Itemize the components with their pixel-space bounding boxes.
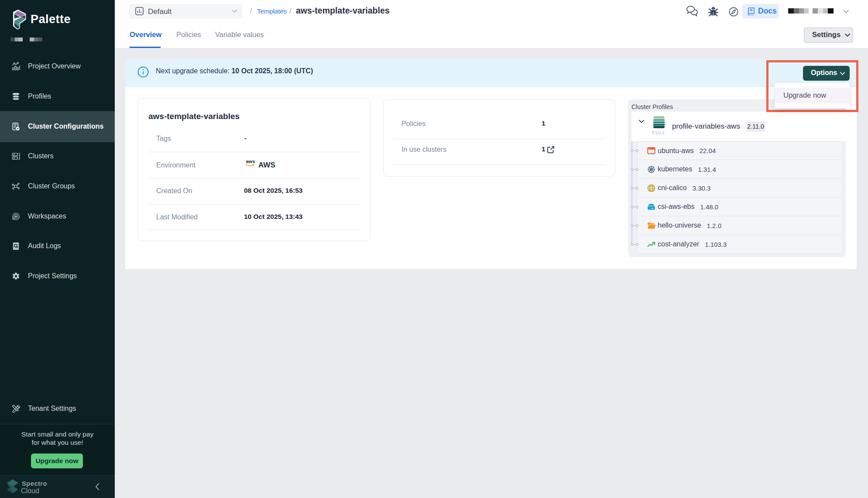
svg-text:aws: aws <box>246 159 255 164</box>
